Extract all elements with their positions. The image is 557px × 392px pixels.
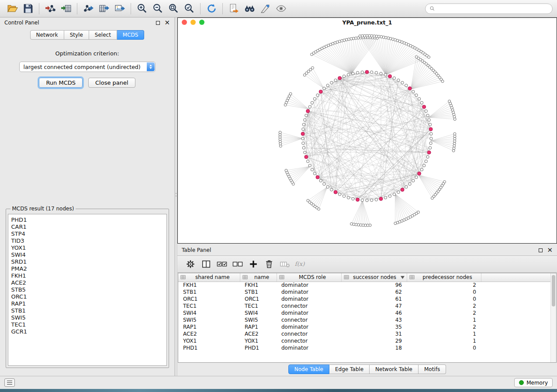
criterion-select[interactable]: largest connected component (undirected) — [19, 62, 156, 72]
dominator-node[interactable] — [316, 175, 319, 179]
search-input[interactable] — [437, 6, 548, 12]
graph-node[interactable] — [412, 179, 415, 182]
dominator-node[interactable] — [304, 155, 308, 159]
mcds-result-item[interactable]: SWI4 — [11, 251, 163, 258]
graph-node[interactable] — [384, 196, 387, 199]
close-panel-icon[interactable]: ✕ — [164, 21, 170, 25]
zoom-out-icon[interactable] — [150, 2, 166, 16]
graph-node[interactable] — [375, 71, 377, 74]
dominator-node[interactable] — [301, 132, 304, 136]
graph-node[interactable] — [370, 71, 373, 73]
graph-node[interactable] — [397, 191, 400, 193]
show-hide-icon[interactable] — [273, 2, 289, 16]
mcds-result-item[interactable]: PMA2 — [11, 265, 163, 272]
table-row[interactable]: STB1STB1dominator620 — [178, 289, 550, 296]
dominator-node[interactable] — [334, 190, 337, 194]
dominator-node[interactable] — [408, 87, 412, 90]
leaf-node[interactable] — [307, 199, 309, 202]
graph-node[interactable] — [326, 186, 329, 188]
mcds-result-item[interactable]: STP4 — [11, 230, 163, 237]
mcds-result-item[interactable]: ORC1 — [11, 293, 163, 300]
window-minimize-icon[interactable] — [190, 20, 196, 25]
graph-node[interactable] — [408, 182, 411, 185]
table-row[interactable]: FKH1FKH1dominator962 — [178, 282, 550, 289]
table-row[interactable]: ACE2ACE2connector311 — [178, 330, 550, 337]
tab-select[interactable]: Select — [89, 30, 117, 40]
mcds-result-list[interactable]: PHD1CAR1STP4TID3YOX1SWI4SRD1PMA2FKH1ACE2… — [8, 214, 167, 366]
leaf-node[interactable] — [453, 133, 456, 135]
tab-edge-table[interactable]: Edge Table — [329, 364, 370, 374]
graph-node[interactable] — [370, 199, 373, 201]
graph-node[interactable] — [375, 198, 377, 201]
dominator-node[interactable] — [365, 70, 369, 74]
leaf-node[interactable] — [279, 131, 281, 134]
export-table-icon[interactable] — [96, 2, 112, 16]
window-close-icon[interactable] — [182, 20, 187, 25]
network-canvas[interactable] — [178, 27, 557, 243]
dominator-node[interactable] — [388, 75, 392, 78]
leaf-node[interactable] — [350, 223, 353, 225]
table-row[interactable]: TEC1TEC1connector472 — [178, 303, 550, 309]
tab-mcds[interactable]: MCDS — [117, 30, 145, 40]
graph-node[interactable] — [304, 119, 306, 121]
mcds-result-item[interactable]: STB5 — [11, 286, 163, 293]
float-panel-icon[interactable] — [156, 21, 160, 25]
leaf-node[interactable] — [441, 80, 444, 83]
tab-style[interactable]: Style — [64, 30, 89, 40]
import-table-icon[interactable] — [58, 2, 74, 16]
graph-node[interactable] — [420, 101, 423, 104]
mcds-result-item[interactable]: ACE2 — [11, 279, 163, 286]
dominator-node[interactable] — [379, 197, 383, 201]
table-row[interactable]: SWI4SWI4dominator462 — [178, 309, 550, 316]
dominator-node[interactable] — [356, 198, 360, 201]
table-row[interactable]: ORC1ORC1dominator610 — [178, 296, 550, 303]
tab-network[interactable]: Network — [30, 30, 64, 40]
leaf-node[interactable] — [453, 147, 455, 150]
graph-node[interactable] — [352, 72, 354, 75]
graph-node[interactable] — [308, 106, 311, 108]
mcds-result-item[interactable]: PHD1 — [11, 217, 163, 224]
graph-node[interactable] — [323, 182, 325, 185]
task-list-icon[interactable] — [4, 378, 15, 387]
mcds-result-item[interactable]: SRD1 — [11, 258, 163, 265]
refresh-layout-icon[interactable] — [204, 2, 219, 16]
column-header-name[interactable]: name — [240, 273, 277, 282]
graph-node[interactable] — [302, 128, 304, 131]
graph-node[interactable] — [343, 75, 345, 78]
graph-node[interactable] — [361, 199, 363, 201]
graph-node[interactable] — [323, 87, 325, 89]
graph-node[interactable] — [334, 79, 337, 82]
graph-node[interactable] — [326, 84, 329, 87]
float-table-panel-icon[interactable] — [539, 248, 543, 252]
graph-node[interactable] — [352, 197, 354, 200]
toolbar-search[interactable] — [425, 3, 553, 14]
graph-node[interactable] — [356, 71, 359, 74]
graph-node[interactable] — [361, 71, 363, 73]
graph-node[interactable] — [405, 84, 408, 87]
dominator-node[interactable] — [401, 188, 404, 192]
graph-node[interactable] — [347, 196, 349, 199]
graph-node[interactable] — [429, 123, 431, 126]
table-row[interactable]: YOX1YOX1connector291 — [178, 337, 550, 344]
graph-node[interactable] — [426, 114, 429, 117]
tab-motifs[interactable]: Motifs — [419, 364, 446, 374]
add-entry-icon[interactable] — [246, 257, 260, 271]
graph-node[interactable] — [330, 81, 333, 84]
graph-node[interactable] — [425, 160, 427, 162]
leaf-node[interactable] — [453, 118, 456, 120]
tab-network-table[interactable]: Network Table — [370, 364, 419, 374]
graph-node[interactable] — [415, 94, 418, 96]
mcds-result-item[interactable]: RAP1 — [11, 300, 163, 307]
table-row[interactable]: PHD1PHD1dominator180 — [178, 344, 550, 351]
graph-node[interactable] — [430, 137, 432, 140]
tab-node-table[interactable]: Node Table — [288, 364, 329, 374]
column-header-successor-nodes[interactable]: successor nodes — [341, 273, 407, 282]
graph-node[interactable] — [405, 186, 408, 188]
graph-node[interactable] — [426, 155, 429, 158]
run-mcds-button[interactable]: Run MCDS — [39, 78, 83, 88]
leaf-node[interactable] — [431, 197, 433, 199]
graph-node[interactable] — [384, 73, 387, 76]
find-icon[interactable] — [242, 2, 257, 16]
graph-node[interactable] — [313, 97, 316, 100]
settings-gear-icon[interactable] — [183, 257, 197, 271]
